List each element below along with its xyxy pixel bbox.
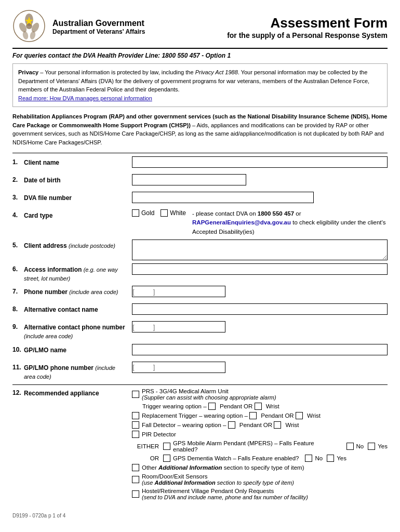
form-subtitle: for the supply of a Personal Response Sy…	[164, 31, 388, 39]
rap-text: Rehabilitation Appliances Program (RAP) …	[12, 112, 388, 147]
privacy-act: Privacy Act 1988	[195, 69, 238, 75]
alt-phone-input[interactable]	[132, 321, 225, 332]
fall-wrist-checkbox[interactable]	[274, 421, 281, 429]
replacement-checkbox[interactable]	[132, 412, 139, 419]
fall-checkbox[interactable]	[132, 421, 139, 429]
gps-dementia-checkbox[interactable]	[163, 455, 170, 462]
field-9-label-col: 9. Alternative contact phone number (inc…	[12, 321, 132, 341]
field-3-num: 3.	[12, 194, 24, 201]
field-9-label: Alternative contact phone number (includ…	[24, 323, 128, 341]
field-8-label: Alternative contact name	[24, 305, 98, 314]
field-5-input-col	[132, 240, 388, 260]
trigger-pendant-checkbox[interactable]	[208, 403, 216, 410]
either-or-section: EITHER GPS Mobile Alarm Pendant (MPERS) …	[132, 440, 388, 462]
client-name-input[interactable]	[132, 156, 388, 168]
phone-input[interactable]	[132, 286, 225, 297]
appliance-prs-row: PRS - 3G/4G Medical Alarm Unit (Supplier…	[132, 388, 388, 401]
or-label: OR	[132, 455, 163, 461]
field-4-input-col: Gold White - please contact DVA on 1800 …	[132, 209, 388, 236]
client-address-input[interactable]	[132, 240, 388, 260]
field-recommended-appliance: 12. Recommended appliance PRS - 3G/4G Me…	[12, 388, 388, 502]
gps-mpers-no-yes: No Yes	[342, 443, 388, 450]
field-10-num: 10.	[12, 346, 24, 353]
replacement-wrist-checkbox[interactable]	[296, 412, 303, 419]
field-11-num: 11.	[12, 364, 24, 371]
field-6-num: 6.	[12, 265, 24, 273]
or-content: GPS Dementia Watch – Falls Feature enabl…	[163, 455, 388, 462]
room-row: Room/Door/Exit Sensors (use Additional I…	[132, 473, 388, 486]
room-italic: (use Additional Information section to s…	[142, 480, 294, 486]
gps-mpers-no-label: No	[356, 443, 364, 449]
field-4-num: 4.	[12, 211, 24, 219]
hostel-label-text: Hostel/Retirement Village Pendant Only R…	[142, 488, 274, 494]
card-white-info: - please contact DVA on 1800 550 457 or …	[192, 209, 388, 236]
prs-checkbox[interactable]	[132, 391, 139, 398]
trigger-wrist-checkbox[interactable]	[255, 403, 262, 410]
field-gp-name: 10. GP/LMO name	[12, 344, 388, 358]
doc-id: D9199 - 0720a p 1 of 4	[12, 513, 65, 518]
dept-label: Department of Veterans' Affairs	[52, 28, 164, 35]
replacement-pendant-checkbox[interactable]	[249, 412, 257, 419]
replacement-label: Replacement Trigger – wearing option –	[142, 413, 248, 419]
trigger-or-label: OR	[244, 403, 252, 409]
room-checkbox[interactable]	[132, 476, 139, 483]
field-9-sub: (include area code)	[24, 333, 73, 339]
field-dva-file: 3. DVA file number	[12, 192, 388, 206]
fall-pendant-checkbox[interactable]	[228, 421, 235, 429]
privacy-box: Privacy – Your personal information is p…	[12, 63, 388, 107]
access-info-input[interactable]	[132, 263, 388, 275]
pir-checkbox[interactable]	[132, 431, 139, 438]
other-bold: Additional Information	[158, 464, 222, 471]
dva-file-input[interactable]	[132, 192, 314, 203]
fall-detector-row: Fall Detector – wearing option – Pendant…	[132, 421, 388, 429]
gps-mpers-yes: Yes	[368, 443, 388, 450]
gp-name-input[interactable]	[132, 344, 388, 355]
hostel-checkbox[interactable]	[132, 490, 139, 498]
fall-pendant-label: Pendant	[239, 422, 262, 428]
field-7-num: 7.	[12, 288, 24, 295]
replacement-wrist-label: Wrist	[307, 413, 321, 419]
field-6-input-col	[132, 263, 388, 275]
card-type-options: Gold White - please contact DVA on 1800 …	[132, 209, 388, 236]
card-gold-checkbox[interactable]	[132, 209, 139, 217]
privacy-link[interactable]: Read more: How DVA manages personal info…	[18, 95, 152, 101]
field-8-label-col: 8. Alternative contact name	[12, 303, 132, 314]
field-6-label: Access information (e.g. one way street,…	[24, 265, 128, 283]
field-5-label-col: 5. Client address (include postcode)	[12, 240, 132, 250]
other-checkbox[interactable]	[132, 464, 139, 471]
gps-dementia-yes-checkbox[interactable]	[327, 455, 334, 462]
gps-dementia-no: No	[305, 455, 323, 462]
room-bold: Additional Information	[154, 480, 215, 486]
either-label: EITHER	[132, 443, 163, 449]
room-rest: section to specify type of item)	[216, 480, 294, 486]
query-line: For queries contact the DVA Health Provi…	[12, 52, 388, 59]
field-7-sub: (include area code)	[69, 289, 118, 295]
dob-input[interactable]	[132, 174, 246, 185]
footer: D9199 - 0720a p 1 of 4	[12, 513, 388, 518]
field-4-label-col: 4. Card type	[12, 209, 132, 220]
alt-contact-name-input[interactable]	[132, 303, 388, 315]
hostel-row: Hostel/Retirement Village Pendant Only R…	[132, 488, 388, 500]
svg-point-4	[22, 31, 29, 40]
gps-dementia-no-label: No	[315, 455, 323, 461]
aus-gov-label: Australian Government	[52, 19, 164, 28]
card-email: RAPGeneralEnquiries@dva.gov.au	[192, 219, 291, 225]
field-1-label-col: 1. Client name	[12, 156, 132, 167]
gps-mpers-checkbox[interactable]	[163, 443, 170, 450]
replacement-pendant-label: Pendant	[261, 413, 283, 419]
field-3-input-col	[132, 192, 388, 203]
card-white-info-text: - please contact DVA on	[192, 210, 258, 217]
field-5-num: 5.	[12, 242, 24, 249]
card-white-checkbox[interactable]	[161, 209, 168, 217]
form-title-block: Assessment Form for the supply of a Pers…	[164, 15, 388, 39]
card-white-info2: or	[294, 210, 301, 217]
gps-dementia-no-checkbox[interactable]	[305, 455, 312, 462]
pir-row: PIR Detector	[132, 431, 388, 438]
gps-mpers-no-checkbox[interactable]	[346, 443, 354, 450]
card-white-option: White	[161, 209, 186, 217]
card-white-label: White	[170, 209, 186, 217]
field-1-input-col	[132, 156, 388, 168]
gp-phone-input[interactable]	[132, 362, 225, 373]
gps-mpers-yes-checkbox[interactable]	[368, 443, 375, 450]
field-12-label: Recommended appliance	[24, 389, 99, 398]
